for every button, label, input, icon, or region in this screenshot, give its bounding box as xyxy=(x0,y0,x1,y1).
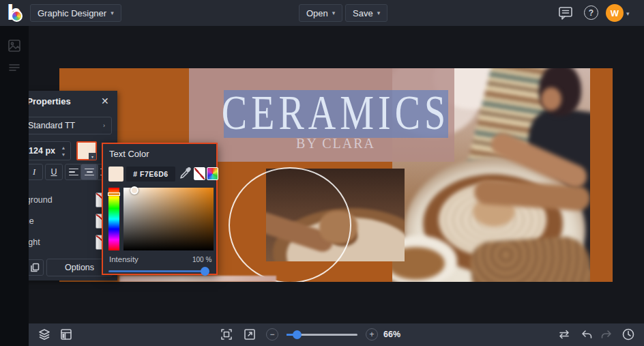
canvas-subheading-text[interactable]: BY CLARA xyxy=(296,136,375,152)
intensity-value: 100 % xyxy=(192,256,211,263)
undo-icon[interactable] xyxy=(580,328,594,341)
befunky-logo-icon[interactable]: b xyxy=(5,2,26,24)
zoom-slider[interactable] xyxy=(287,334,357,336)
intensity-slider-handle[interactable] xyxy=(201,267,209,276)
align-bar xyxy=(69,175,78,176)
app-mode-label: Graphic Designer xyxy=(38,8,106,18)
zoom-level-value: 66% xyxy=(383,330,400,339)
size-step-up-icon[interactable]: ▲ xyxy=(60,145,67,150)
help-icon[interactable]: ? xyxy=(584,5,598,20)
save-label: Save xyxy=(353,8,373,18)
saturation-brightness-picker[interactable] xyxy=(123,188,214,250)
image-tool-icon[interactable] xyxy=(7,38,22,53)
align-bar xyxy=(85,175,94,176)
intensity-label: Intensity xyxy=(109,255,138,263)
chevron-down-icon[interactable]: ▾ xyxy=(626,10,630,17)
template-manager-icon[interactable] xyxy=(59,328,73,341)
replay-loop-icon[interactable] xyxy=(557,328,571,341)
redo-icon[interactable] xyxy=(600,328,613,341)
minus-icon: − xyxy=(269,330,274,339)
chevron-down-icon: ▾ xyxy=(377,10,381,16)
hex-field xyxy=(126,167,175,182)
align-bar xyxy=(69,169,78,170)
fit-to-screen-icon[interactable] xyxy=(220,328,233,341)
feedback-chat-icon[interactable] xyxy=(558,6,573,20)
top-bar: b Graphic Designer ▾ Open ▾ Save ▾ ? W ▾ xyxy=(0,0,644,26)
zoom-in-button[interactable]: + xyxy=(366,328,378,341)
align-bar xyxy=(69,171,75,173)
fullscreen-preview-icon[interactable] xyxy=(243,328,257,341)
intensity-slider[interactable] xyxy=(108,270,208,272)
chevron-down-icon: ▾ xyxy=(89,153,96,160)
open-label: Open xyxy=(306,8,328,18)
text-color-swatch-button[interactable]: ▾ xyxy=(76,141,97,160)
open-menu-button[interactable]: Open ▾ xyxy=(299,4,342,22)
align-bar xyxy=(87,171,93,173)
hue-slider-handle[interactable] xyxy=(108,192,120,196)
chevron-down-icon: ▾ xyxy=(111,10,114,16)
layers-icon[interactable] xyxy=(38,328,51,341)
rainbow-picker-button[interactable] xyxy=(207,167,218,180)
eyedropper-icon[interactable] xyxy=(178,167,192,182)
zoom-out-button[interactable]: − xyxy=(266,328,278,341)
align-bar xyxy=(85,169,94,170)
no-color-button[interactable] xyxy=(194,167,205,180)
cushion-shape xyxy=(469,235,590,282)
plus-icon: + xyxy=(369,330,374,339)
person-face-shape xyxy=(541,87,561,111)
hex-color-input[interactable] xyxy=(126,167,175,182)
chevron-right-icon: › xyxy=(103,122,105,129)
avatar-initial: W xyxy=(611,8,619,18)
history-clock-icon[interactable] xyxy=(621,328,635,341)
app-mode-menu[interactable]: Graphic Designer ▾ xyxy=(30,4,121,22)
options-label: Options xyxy=(65,263,94,272)
close-icon[interactable]: ✕ xyxy=(101,96,109,106)
decorative-circle-outline xyxy=(229,167,351,282)
save-menu-button[interactable]: Save ▾ xyxy=(345,4,387,22)
popup-title: Text Color xyxy=(109,149,149,159)
chevron-down-icon: ▾ xyxy=(332,10,336,16)
text-color-popup: Text Color Intensity 100 % xyxy=(102,143,218,275)
zoom-slider-handle[interactable] xyxy=(293,330,302,339)
color-picker-handle[interactable] xyxy=(130,186,138,194)
partially-hidden-photo-strip xyxy=(119,276,276,282)
canvas-heading-text[interactable]: CERAMICS xyxy=(222,85,450,141)
user-avatar[interactable]: W xyxy=(606,4,624,22)
current-color-swatch xyxy=(108,167,123,182)
size-step-down-icon[interactable]: ▼ xyxy=(60,152,67,157)
tools-sidebar xyxy=(0,26,29,346)
logo-color-wheel-icon xyxy=(11,10,23,22)
bottom-toolbar: − + 66% xyxy=(29,323,644,346)
duplicate-icon xyxy=(30,263,40,272)
hue-slider[interactable] xyxy=(108,188,119,250)
underline-button[interactable]: U xyxy=(45,164,63,180)
graphics-tool-icon[interactable] xyxy=(7,60,22,75)
